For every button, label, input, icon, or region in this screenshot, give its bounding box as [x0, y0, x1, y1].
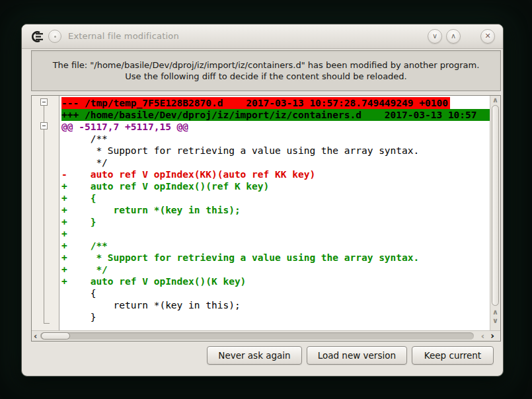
diff-line: +++ /home/basile/Dev/dproj/iz/import/iz/… — [61, 109, 490, 121]
diff-text-area[interactable]: --- /tmp/temp_7F5E128B2870.d 2017-03-13 … — [60, 96, 490, 330]
scroll-right-icon[interactable]: › — [490, 331, 494, 341]
diff-line: return *(key in this); — [61, 299, 490, 311]
diff-line: + auto ref V opIndex()(K key) — [61, 275, 490, 287]
never-ask-again-button[interactable]: Never ask again — [207, 346, 301, 365]
message-line-1: The file: "/home/basile/Dev/dproj/iz/imp… — [53, 59, 480, 71]
dialog-button-row: Never ask again Load new version Keep cu… — [207, 346, 494, 365]
fold-collapse-icon[interactable] — [40, 122, 48, 129]
diff-line: + return *(key in this); — [61, 204, 490, 216]
vertical-scroll-thumb[interactable] — [492, 105, 499, 306]
diff-line: - auto ref V opIndex(KK)(auto ref KK key… — [61, 168, 490, 180]
scroll-up-icon[interactable]: ∧ — [490, 309, 500, 316]
close-window-button[interactable]: ✕ — [480, 29, 495, 44]
shade-window-button[interactable]: ∨ — [428, 29, 442, 44]
diff-line: + /** — [61, 240, 490, 252]
keep-current-button[interactable]: Keep current — [412, 346, 494, 365]
diff-line: + auto ref V opIndex()(ref K key) — [61, 180, 490, 192]
scroll-left-icon[interactable]: ‹ — [481, 331, 484, 341]
window-title: External file modification — [68, 31, 179, 41]
vertical-scrollbar[interactable]: ∧ ∧ ∨ — [490, 96, 500, 330]
load-new-version-button[interactable]: Load new version — [307, 346, 407, 365]
unshade-window-button[interactable]: ∧ — [446, 29, 461, 44]
diff-line: + } — [61, 216, 490, 228]
window-menu-button[interactable] — [48, 30, 61, 43]
scroll-down-icon[interactable]: ∨ — [490, 318, 500, 324]
fold-connector-line — [44, 106, 44, 324]
external-file-modification-dialog: External file modification ∨ ∧ ✕ The fil… — [21, 24, 504, 377]
diff-line: { — [61, 287, 490, 299]
diff-line: /** — [61, 133, 490, 145]
diff-line: + — [61, 228, 490, 240]
diff-line: + */ — [61, 264, 490, 275]
scroll-up-icon[interactable]: ∧ — [490, 97, 500, 104]
coedit-app-icon — [30, 30, 44, 43]
scroll-left-icon[interactable]: ‹ — [34, 331, 37, 341]
fold-collapse-icon[interactable] — [40, 98, 48, 106]
fold-gutter — [32, 96, 59, 330]
horizontal-scroll-track[interactable] — [40, 332, 474, 340]
diff-line: } — [61, 311, 490, 323]
horizontal-scroll-thumb[interactable] — [41, 332, 70, 340]
message-line-2: Use the following diff to decide if the … — [125, 71, 407, 82]
diff-line: --- /tmp/temp_7F5E128B2870.d 2017-03-13 … — [61, 97, 490, 109]
diff-line: + * Support for retrieving a value using… — [61, 252, 490, 264]
diff-view[interactable]: --- /tmp/temp_7F5E128B2870.d 2017-03-13 … — [31, 95, 501, 342]
diff-line: */ — [61, 157, 490, 168]
diff-line: + { — [61, 192, 490, 204]
diff-line: * Support for retrieving a value using t… — [61, 145, 490, 157]
modification-message-panel: The file: "/home/basile/Dev/dproj/iz/imp… — [31, 50, 501, 91]
horizontal-scrollbar[interactable]: ‹ ‹ › — [32, 330, 500, 341]
titlebar[interactable]: External file modification ∨ ∧ ✕ — [22, 24, 503, 49]
diff-line: @@ -5117,7 +5117,15 @@ — [61, 121, 490, 133]
